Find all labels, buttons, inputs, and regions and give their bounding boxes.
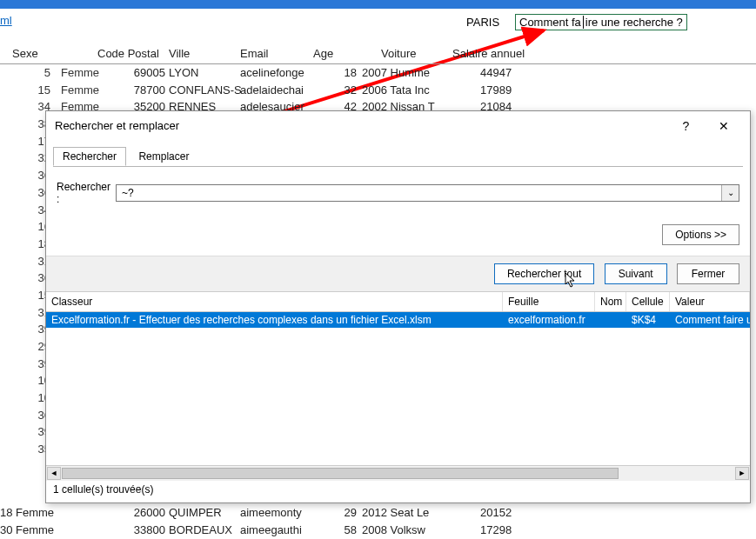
col-name: Nom <box>595 292 626 311</box>
col-cp: Code Postal <box>97 47 159 60</box>
row-entry: 5 Femme <box>0 66 52 83</box>
row-entry: 34 Femme <box>0 100 52 117</box>
row-entry: 35 Femm <box>0 443 52 460</box>
col-workbook: Classeur <box>46 292 503 311</box>
row-entry: 18 Femm <box>0 237 52 255</box>
row-entry: 36 Homm <box>0 409 52 426</box>
row-entry: 31 Femm <box>0 255 52 272</box>
row-entry: 15 Femme <box>0 83 52 101</box>
row-entry: 36 Femm <box>0 186 52 203</box>
col-sheet: Feuille <box>503 292 595 311</box>
col-value: Valeur <box>670 292 750 311</box>
row-entry: 31 Femm <box>0 306 52 323</box>
row-entry: 15 Femm <box>0 289 52 306</box>
row-entry: 16 Femm <box>0 220 52 237</box>
scroll-right-icon[interactable]: ► <box>735 467 749 480</box>
tab-replace[interactable]: Remplacer <box>129 147 198 166</box>
col-cell: Cellule <box>626 292 670 311</box>
header-link[interactable]: ml <box>0 14 12 27</box>
horizontal-scrollbar[interactable]: ◄ ► <box>46 465 750 481</box>
row-entry: 32 Homm <box>0 151 52 169</box>
row-entry: 36 Femm <box>0 271 52 289</box>
result-value: Comment faire une recherc <box>670 312 750 328</box>
column-headers: Sexe Code Postal Ville Email Age Voiture… <box>0 45 756 64</box>
close-button[interactable]: Fermer <box>677 263 739 284</box>
col-email: Email <box>240 47 269 60</box>
col-voiture: Voiture <box>381 47 416 60</box>
cell-value-paris: PARIS <box>466 16 499 29</box>
find-replace-dialog: Rechercher et remplacer ? ✕ Rechercher R… <box>45 110 751 503</box>
row-entry: 39 Femm <box>0 323 52 340</box>
help-button[interactable]: ? <box>668 111 703 141</box>
row-entry: 36 Femm <box>0 169 52 186</box>
find-all-button[interactable]: Rechercher tout <box>494 263 594 284</box>
results-header: Classeur Feuille Nom Cellule Valeur <box>46 291 750 312</box>
search-input[interactable] <box>117 185 721 201</box>
row-entry: 39 Femm <box>0 357 52 375</box>
search-combobox[interactable]: ⌄ <box>116 184 739 202</box>
row-entry: 10 Homm <box>0 374 52 391</box>
row-entry: 34 Femm <box>0 203 52 221</box>
cell-text-left: Comment fa <box>519 16 584 29</box>
tab-search[interactable]: Rechercher <box>53 147 126 166</box>
row-entry: 29 Homm <box>0 340 52 357</box>
col-age: Age <box>313 47 333 60</box>
result-name <box>595 312 626 328</box>
row-entry: 10 Homm <box>0 391 52 409</box>
row-entry: 38 Femm <box>0 117 52 135</box>
result-cell: $K$4 <box>626 312 670 328</box>
scroll-thumb[interactable] <box>62 468 619 479</box>
result-row[interactable]: Excelformation.fr - Effectuer des recher… <box>46 312 750 328</box>
result-sheet: excelformation.fr <box>503 312 595 328</box>
search-label: Rechercher : <box>57 181 116 205</box>
col-sexe: Sexe <box>12 47 38 60</box>
scroll-left-icon[interactable]: ◄ <box>47 467 61 480</box>
close-icon[interactable]: ✕ <box>706 111 741 141</box>
col-ville: Ville <box>169 47 190 60</box>
result-workbook: Excelformation.fr - Effectuer des recher… <box>46 312 503 328</box>
row-entry: 39 Homm <box>0 425 52 443</box>
dialog-title: Rechercher et remplacer <box>55 119 179 132</box>
options-button[interactable]: Options >> <box>662 224 739 245</box>
chevron-down-icon[interactable]: ⌄ <box>721 185 739 201</box>
col-salaire: Salaire annuel <box>452 47 525 60</box>
status-bar: 1 cellule(s) trouvée(s) <box>46 481 750 498</box>
find-next-button[interactable]: Suivant <box>605 263 667 284</box>
row-entry: 17 Femm <box>0 135 52 152</box>
row-strip: 5 Femme15 Femme34 Femme38 Femm17 Femm32 … <box>0 66 52 460</box>
cell-text-right: ire une recherche ? <box>585 16 683 29</box>
selected-cell[interactable]: Comment faire une recherche ? <box>515 14 687 30</box>
